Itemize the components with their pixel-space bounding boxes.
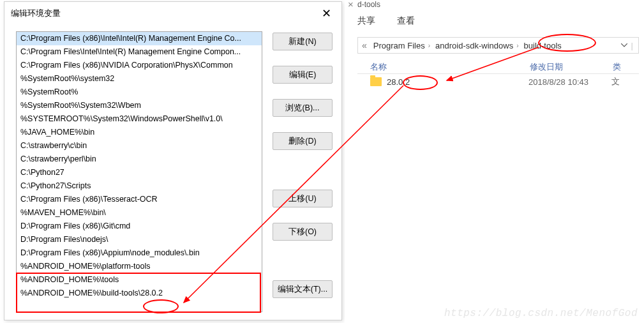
path-item[interactable]: D:\Program Files (x86)\Git\cmd: [17, 220, 262, 233]
path-item[interactable]: C:\strawberry\c\bin: [17, 139, 262, 153]
path-item[interactable]: C:\Program Files (x86)\Tesseract-OCR: [17, 193, 262, 206]
chevron-right-icon: ›: [428, 42, 430, 49]
edit-text-button[interactable]: 编辑文本(T)...: [273, 280, 333, 298]
browse-button[interactable]: 浏览(B)...: [273, 99, 333, 117]
move-down-button[interactable]: 下移(O): [273, 223, 333, 241]
item-name: 28.0.2: [387, 77, 528, 87]
path-item[interactable]: %SYSTEMROOT%\System32\WindowsPowerShell\…: [17, 112, 262, 126]
path-item[interactable]: %SystemRoot%\system32: [17, 72, 262, 86]
breadcrumb-segment[interactable]: build-tools: [521, 41, 564, 50]
new-button[interactable]: 新建(N): [273, 33, 333, 50]
move-up-button[interactable]: 上移(U): [273, 190, 333, 207]
path-item[interactable]: C:\Python27: [17, 166, 262, 179]
ribbon-tab-share[interactable]: 共享: [357, 15, 375, 27]
breadcrumb-segment[interactable]: Program Files ›: [371, 41, 433, 50]
path-item[interactable]: C:\Python27\Scripts: [17, 179, 262, 193]
close-icon[interactable]: ✕: [318, 6, 335, 20]
breadcrumb-dropdown-icon[interactable]: |: [616, 41, 638, 50]
column-header-date[interactable]: 修改日期: [517, 61, 600, 73]
ribbon-tabs: 共享 查看: [357, 15, 415, 27]
edit-env-var-dialog: 编辑环境变量 ✕ C:\Program Files (x86)\Intel\In…: [4, 1, 342, 320]
ribbon-tab-view[interactable]: 查看: [397, 15, 415, 27]
watermark-text: https://blog.csdn.net/MenofGod: [444, 308, 638, 319]
column-header-type[interactable]: 类: [600, 61, 625, 73]
dialog-title: 编辑环境变量: [11, 8, 318, 19]
breadcrumb-label: build-tools: [524, 41, 562, 50]
item-type: 文: [611, 76, 620, 87]
path-item[interactable]: C:\strawberry\perl\bin: [17, 153, 262, 166]
path-item[interactable]: %ANDROID_HOME%\build-tools\28.0.2: [17, 287, 262, 300]
breadcrumb-label: android-sdk-windows: [435, 41, 513, 50]
list-item[interactable]: 28.0.2 2018/8/28 10:43 文: [357, 74, 639, 89]
path-item[interactable]: %SystemRoot%\System32\Wbem: [17, 99, 262, 112]
path-item[interactable]: D:\Program Files\nodejs\: [17, 233, 262, 246]
path-item[interactable]: C:\Program Files (x86)\NVIDIA Corporatio…: [17, 59, 262, 72]
folder-icon: [370, 77, 382, 86]
path-item[interactable]: %JAVA_HOME%\bin: [17, 126, 262, 139]
file-list: 28.0.2 2018/8/28 10:43 文: [357, 74, 639, 89]
path-item[interactable]: D:\Program Files (x86)\Appium\node_modul…: [17, 246, 262, 260]
explorer-tab-fragment: d-tools: [357, 0, 380, 8]
path-item[interactable]: %SystemRoot%: [17, 86, 262, 99]
breadcrumb-segment[interactable]: android-sdk-windows ›: [433, 41, 521, 50]
column-headers: 名称 修改日期 类: [357, 60, 639, 74]
dialog-button-column: 新建(N) 编辑(E) 浏览(B)... 删除(D) 上移(U) 下移(O) 编…: [273, 31, 333, 312]
path-item[interactable]: C:\Program Files (x86)\Intel\Intel(R) Ma…: [17, 32, 262, 45]
chevron-right-icon: ›: [516, 42, 518, 49]
path-item[interactable]: %MAVEN_HOME%\bin\: [17, 206, 262, 220]
path-item[interactable]: %ANDROID_HOME%\tools: [17, 273, 262, 287]
breadcrumb-history-icon[interactable]: «: [361, 40, 371, 50]
column-header-name[interactable]: 名称: [357, 61, 517, 73]
item-date: 2018/8/28 10:43: [528, 77, 611, 87]
close-icon[interactable]: ×: [348, 0, 354, 10]
path-item[interactable]: %ANDROID_HOME%\platform-tools: [17, 260, 262, 273]
path-listbox[interactable]: C:\Program Files (x86)\Intel\Intel(R) Ma…: [16, 31, 262, 312]
delete-button[interactable]: 删除(D): [273, 132, 333, 150]
breadcrumb-label: Program Files: [373, 41, 425, 50]
dialog-titlebar: 编辑环境变量 ✕: [4, 2, 341, 25]
edit-button[interactable]: 编辑(E): [273, 66, 333, 84]
path-item[interactable]: C:\Program Files\Intel\Intel(R) Manageme…: [17, 45, 262, 59]
breadcrumb[interactable]: « Program Files › android-sdk-windows › …: [357, 37, 639, 54]
